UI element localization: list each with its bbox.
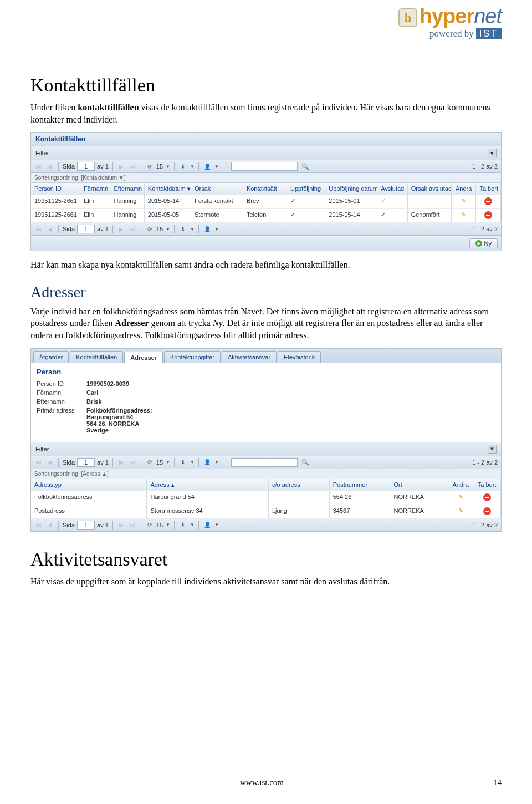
export-icon[interactable]: ⬇	[178, 162, 187, 171]
edit-icon[interactable]: ✎	[458, 493, 463, 500]
grid-header[interactable]: Person IDFörnamnEfternamnKontaktdatum ▾O…	[31, 183, 501, 195]
paragraph-adresser: Varje individ har en folkbokföringsadres…	[30, 306, 502, 342]
paging-toolbar-bottom: ⏮ ◀ Sida av 1 ▶ ⏭ ⟳ 15▼ ⬇▼ 👤▼ 1 - 2 av 2	[31, 519, 501, 532]
search-input[interactable]	[231, 162, 298, 171]
edit-icon[interactable]: ✎	[461, 211, 466, 218]
refresh-icon[interactable]: ⟳	[145, 225, 154, 233]
paragraph-aktiv: Här visas de uppgifter som är kopplade t…	[30, 576, 502, 588]
next-page-icon[interactable]: ▶	[117, 162, 126, 171]
first-page-icon[interactable]: ⏮	[34, 458, 43, 467]
page-footer: www.ist.com 14	[0, 778, 532, 787]
edit-icon[interactable]: ✎	[458, 507, 463, 514]
filter-dropdown-icon[interactable]: ▾	[488, 149, 497, 157]
first-page-icon[interactable]: ⏮	[34, 225, 43, 233]
table-row[interactable]: 19951125-2661ElinHanning2015-05-14Första…	[31, 195, 501, 209]
tab-kontaktuppgifter[interactable]: Kontaktuppgifter	[164, 351, 221, 363]
check-icon: ✓	[381, 211, 386, 218]
next-page-icon[interactable]: ▶	[117, 225, 126, 233]
grid-header[interactable]: AdresstypAdress ▴c/o adressPostnummerOrt…	[31, 479, 501, 491]
last-page-icon[interactable]: ⏭	[128, 521, 137, 530]
table-row[interactable]: 19951125-2661ElinHanning2015-05-05Stormö…	[31, 209, 501, 223]
last-page-icon[interactable]: ⏭	[128, 225, 137, 233]
paging-toolbar-top: ⏮ ◀ Sida av 1 ▶ ⏭ ⟳ 15▼ ⬇▼ 👤▼ 🔍 1 - 2 av…	[31, 160, 501, 173]
edit-icon[interactable]: ✎	[461, 197, 466, 204]
paging-toolbar-bottom: ⏮ ◀ Sida av 1 ▶ ⏭ ⟳ 15▼ ⬇▼ 👤▼ 1 - 2 av 2	[31, 223, 501, 236]
delete-icon[interactable]	[483, 507, 491, 515]
plus-icon: +	[475, 240, 482, 247]
tab-strip: Åtgärder Kontakttillfällen Adresser Kont…	[31, 349, 501, 363]
tab-elevhistorik[interactable]: Elevhistorik	[278, 351, 321, 363]
tab-kontakttillfallen[interactable]: Kontakttillfällen	[70, 351, 123, 363]
footer-page-number: 14	[493, 778, 502, 787]
record-count: 1 - 2 av 2	[472, 163, 498, 170]
check-icon: ✓	[290, 197, 295, 204]
first-page-icon[interactable]: ⏮	[34, 162, 43, 171]
footer-url: www.ist.com	[240, 778, 284, 787]
record-count: 1 - 2 av 2	[472, 226, 498, 232]
brand-logo: hhypernet powered by IST	[398, 6, 502, 39]
person-title: Person	[37, 368, 495, 376]
refresh-icon[interactable]: ⟳	[145, 162, 154, 171]
prev-page-icon[interactable]: ◀	[45, 225, 54, 233]
delete-icon[interactable]	[484, 211, 492, 219]
table-row[interactable]: FolkbokföringsadressHarpungränd 54564 26…	[31, 491, 501, 505]
tab-atgarder[interactable]: Åtgärder	[33, 351, 69, 363]
delete-icon[interactable]	[484, 197, 492, 205]
paragraph-kontakt-intro: Under fliken kontakttillfällen visas de …	[30, 101, 502, 125]
user-icon[interactable]: 👤	[203, 162, 212, 171]
heading-adresser: Adresser	[30, 283, 502, 301]
sort-indicator: Sorteringsordning: [Kontaktdatum ▼]	[31, 173, 501, 183]
page-input[interactable]	[77, 225, 95, 233]
export-icon[interactable]: ⬇	[178, 225, 187, 233]
export-icon[interactable]: ⬇	[178, 521, 187, 530]
logo-badge-icon: h	[398, 8, 417, 27]
search-icon[interactable]: 🔍	[301, 459, 309, 466]
paragraph-kontakt-desc: Här kan man skapa nya kontakttillfällen …	[30, 259, 502, 271]
person-details: Person Person ID19990502-0039 FörnamnCar…	[31, 363, 501, 442]
delete-icon[interactable]	[483, 493, 491, 501]
powered-by: powered by IST	[398, 28, 502, 39]
page-input[interactable]	[77, 162, 95, 171]
page-input[interactable]	[77, 521, 95, 530]
tab-adresser[interactable]: Adresser	[124, 352, 163, 363]
prev-page-icon[interactable]: ◀	[45, 521, 54, 530]
check-icon: ✓	[290, 211, 295, 218]
search-icon[interactable]: 🔍	[301, 163, 309, 170]
next-page-icon[interactable]: ▶	[117, 521, 126, 530]
filter-bar[interactable]: Filter ▾	[31, 146, 501, 160]
heading-aktivitetsansvaret: Aktivitetsansvaret	[30, 549, 502, 570]
check-icon: ✓	[381, 197, 386, 204]
paging-toolbar-top: ⏮ ◀ Sida av 1 ▶ ⏭ ⟳ 15▼ ⬇▼ 👤▼ 🔍 1 - 2 av…	[31, 456, 501, 469]
export-icon[interactable]: ⬇	[178, 458, 187, 467]
heading-kontakttillfallen: Kontakttillfällen	[30, 75, 502, 96]
sort-indicator: Sorteringsordning: [Adress ▲]	[31, 469, 501, 479]
next-page-icon[interactable]: ▶	[117, 458, 126, 467]
kontakt-panel: Kontakttillfällen Filter ▾ ⏮ ◀ Sida av 1…	[30, 132, 502, 251]
user-icon[interactable]: 👤	[203, 521, 212, 530]
user-icon[interactable]: 👤	[203, 225, 212, 233]
prev-page-icon[interactable]: ◀	[45, 162, 54, 171]
refresh-icon[interactable]: ⟳	[145, 521, 154, 530]
last-page-icon[interactable]: ⏭	[128, 162, 137, 171]
user-icon[interactable]: 👤	[203, 458, 212, 467]
refresh-icon[interactable]: ⟳	[145, 458, 154, 467]
search-input[interactable]	[231, 458, 298, 467]
table-row[interactable]: PostadressStora mossensv 34Ljung34567NOR…	[31, 505, 501, 519]
new-button[interactable]: +Ny	[469, 238, 498, 248]
first-page-icon[interactable]: ⏮	[34, 521, 43, 530]
filter-bar[interactable]: Filter ▾	[31, 442, 501, 456]
panel-title: Kontakttillfällen	[31, 133, 501, 146]
filter-dropdown-icon[interactable]: ▾	[488, 445, 497, 454]
page-input[interactable]	[77, 458, 95, 467]
last-page-icon[interactable]: ⏭	[128, 458, 137, 467]
tab-aktivitetsansvar[interactable]: Aktivitetsansvar	[222, 351, 277, 363]
record-count: 1 - 2 av 2	[472, 522, 498, 528]
prev-page-icon[interactable]: ◀	[45, 458, 54, 467]
adresser-panel: Åtgärder Kontakttillfällen Adresser Kont…	[30, 348, 502, 532]
record-count: 1 - 2 av 2	[472, 459, 498, 466]
